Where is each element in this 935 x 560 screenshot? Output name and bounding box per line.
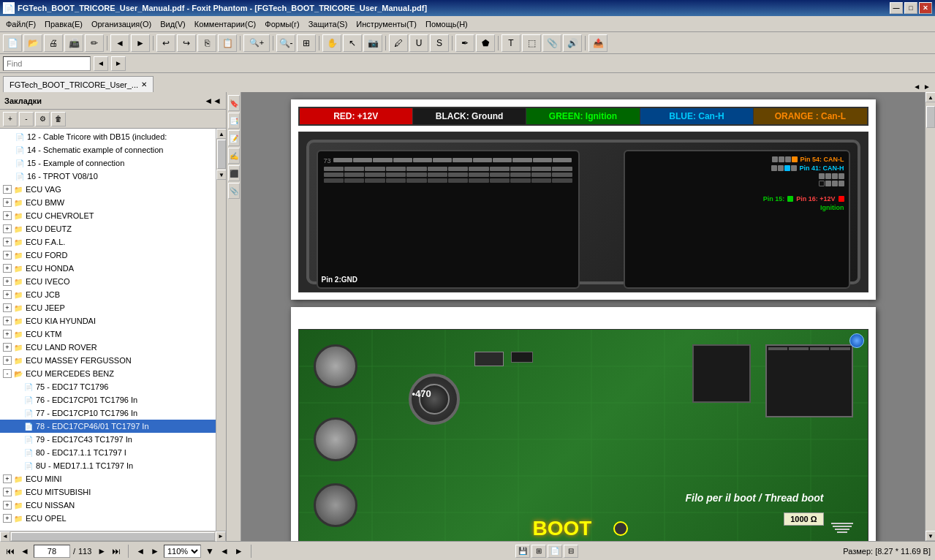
tree-item-ecu-jcb[interactable]: + 📁 ECU JCB (0, 288, 216, 301)
nav-prev-button[interactable]: ◄ (19, 546, 31, 556)
pdf-scrollbar[interactable]: ▲ ▼ (925, 92, 935, 541)
tree-item-16[interactable]: 📄 16 - TPROT V08/10 (0, 170, 216, 183)
expand-icon[interactable]: + (3, 251, 12, 260)
pdf-scrollbar-thumb[interactable] (926, 106, 935, 128)
nav-first-button[interactable]: ⏮ (4, 546, 16, 556)
expand-icon[interactable]: - (3, 369, 12, 378)
attachments-icon-btn[interactable]: 📎 (228, 183, 240, 199)
tree-item-76[interactable]: 📄 76 - EDC17CP01 TC1796 In (0, 393, 216, 406)
expand-icon[interactable]: + (3, 488, 12, 496)
typewriter-tool[interactable]: T (501, 34, 521, 52)
menu-item-f[interactable]: Файл(F) (1, 18, 40, 30)
annotations-icon-btn[interactable]: 📝 (228, 130, 240, 146)
forward-button[interactable]: ► (131, 34, 150, 52)
strikethrough-tool[interactable]: S (430, 34, 449, 52)
menu-item-[interactable]: Инструменты(Т) (352, 18, 421, 30)
shapes-tool[interactable]: ⬟ (476, 34, 495, 52)
expand-icon[interactable]: + (3, 264, 12, 273)
zoom-dropdown-button[interactable]: ▼ (204, 546, 216, 556)
tree-item-ecu-opel[interactable]: + 📁 ECU OPEL (0, 512, 216, 525)
zoom-prev-2[interactable]: ◄ (219, 546, 230, 556)
zoom-fit-button[interactable]: ⊞ (297, 34, 316, 52)
scroll-up-arrow[interactable]: ▲ (216, 129, 226, 139)
menu-item-e[interactable]: Правка(E) (40, 18, 87, 30)
zoom-out-button[interactable]: 🔍- (276, 34, 295, 52)
pdf-scroll-down[interactable]: ▼ (925, 531, 935, 541)
menu-item-s[interactable]: Защита(S) (304, 18, 352, 30)
tab-0[interactable]: FGTech_BOOT_TRICORE_User_... ✕ (3, 76, 154, 92)
tree-item-14[interactable]: 📄 14 - Schematic example of connection (0, 143, 216, 156)
page-icon[interactable]: 📄 (548, 545, 562, 558)
copy-button[interactable]: ⎘ (197, 34, 216, 52)
scroll-right-arrow[interactable]: ► (216, 531, 226, 542)
tree-item-ecu-land-rover[interactable]: + 📁 ECU LAND ROVER (0, 341, 216, 354)
tab-close-button[interactable]: ✕ (141, 80, 147, 88)
search-input[interactable] (3, 56, 91, 71)
tree-item-ecu-vag[interactable]: + 📁 ECU VAG (0, 183, 216, 196)
sidebar-collapse-button[interactable]: ◄◄ (204, 96, 222, 106)
tree-item-78[interactable]: 📄 78 - EDC17CP46/01 TC1797 In (0, 420, 216, 433)
zoom-in-button[interactable]: 🔍+ (243, 34, 270, 52)
expand-icon[interactable]: + (3, 238, 12, 246)
back-button[interactable]: ◄ (110, 34, 129, 52)
horiz-scrollbar-thumb[interactable] (11, 532, 215, 541)
grid-icon[interactable]: ⊟ (564, 545, 578, 558)
scroll-left-arrow[interactable]: ◄ (0, 531, 10, 542)
tabbar-scroll-left[interactable]: ◄ (912, 81, 922, 92)
minimize-button[interactable]: — (890, 2, 903, 14)
expand-icon[interactable]: + (3, 211, 12, 220)
expand-icon[interactable]: + (3, 356, 12, 365)
highlight-tool[interactable]: 🖊 (389, 34, 408, 52)
zoom-prev-button[interactable]: ◄ (135, 546, 146, 556)
page-number-input[interactable] (34, 545, 70, 558)
tree-item-ecu-ktm[interactable]: + 📁 ECU KTM (0, 328, 216, 341)
hand-tool[interactable]: ✋ (322, 34, 341, 52)
bookmarks-icon-btn[interactable]: 🔖 (228, 95, 240, 111)
expand-icon[interactable]: + (3, 198, 12, 207)
maximize-button[interactable]: □ (904, 2, 917, 14)
tree-item-12[interactable]: 📄 12 - Cable Tricore with DB15 (included… (0, 130, 216, 143)
save-status-icon[interactable]: 💾 (515, 545, 530, 558)
menu-item-[interactable]: Формы(г) (260, 18, 303, 30)
tree-item-75[interactable]: 📄 75 - EDC17 TC1796 (0, 380, 216, 393)
tree-item-ecu-mini[interactable]: + 📁 ECU MINI (0, 472, 216, 485)
sidebar-collapse-all[interactable]: - (19, 112, 34, 126)
expand-icon[interactable]: + (3, 185, 12, 194)
menu-item-c[interactable]: Комментарии(C) (190, 18, 261, 30)
attach-tool[interactable]: 📎 (542, 34, 561, 52)
signatures-icon-btn[interactable]: ✍ (228, 148, 240, 164)
sidebar-delete[interactable]: 🗑 (51, 112, 66, 126)
expand-icon[interactable]: + (3, 343, 12, 352)
underline-tool[interactable]: U (409, 34, 428, 52)
paste-button[interactable]: 📋 (218, 34, 237, 52)
expand-icon[interactable]: + (3, 514, 12, 523)
scroll-down-arrow[interactable]: ▼ (216, 170, 226, 180)
tree-item-ecu-massey[interactable]: + 📁 ECU MASSEY FERGUSSON (0, 354, 216, 367)
tree-item-ecu-honda[interactable]: + 📁 ECU HONDA (0, 262, 216, 275)
expand-icon[interactable]: + (3, 474, 12, 483)
snapshot-tool[interactable]: 📷 (363, 34, 382, 52)
open-button[interactable]: 📂 (23, 34, 42, 52)
tree-item-77[interactable]: 📄 77 - EDC17CP10 TC1796 In (0, 406, 216, 420)
tree-item-ecu-iveco[interactable]: + 📁 ECU IVECO (0, 275, 216, 288)
redo-button[interactable]: ↪ (177, 34, 196, 52)
expand-icon[interactable]: + (3, 277, 12, 286)
expand-icon[interactable]: + (3, 224, 12, 233)
pdf-content-area[interactable]: RED: +12V BLACK: Ground GREEN: Ignition … (241, 92, 925, 541)
tree-item-15[interactable]: 📄 15 - Example of connection (0, 156, 216, 170)
stamp-tool[interactable]: ⬚ (522, 34, 541, 52)
sidebar-options[interactable]: ⚙ (35, 112, 50, 126)
pen-tool[interactable]: ✒ (455, 34, 474, 52)
layers-icon-btn[interactable]: ⬛ (228, 165, 240, 181)
undo-button[interactable]: ↩ (156, 34, 175, 52)
tree-item-ecu-jeep[interactable]: + 📁 ECU JEEP (0, 301, 216, 314)
sidebar-expand-all[interactable]: + (3, 112, 18, 126)
expand-icon[interactable]: + (3, 303, 12, 312)
tree-item-79[interactable]: 📄 79 - EDC17C43 TC1797 In (0, 433, 216, 446)
scrollbar-thumb[interactable] (217, 140, 226, 169)
pages-icon-btn[interactable]: 📑 (228, 113, 240, 129)
nav-last-button[interactable]: ⏭ (110, 546, 122, 556)
select-tool[interactable]: ↖ (343, 34, 362, 52)
pdf-scroll-up[interactable]: ▲ (925, 92, 935, 102)
sidebar-scrollbar[interactable]: ▲ ▼ (216, 129, 226, 531)
